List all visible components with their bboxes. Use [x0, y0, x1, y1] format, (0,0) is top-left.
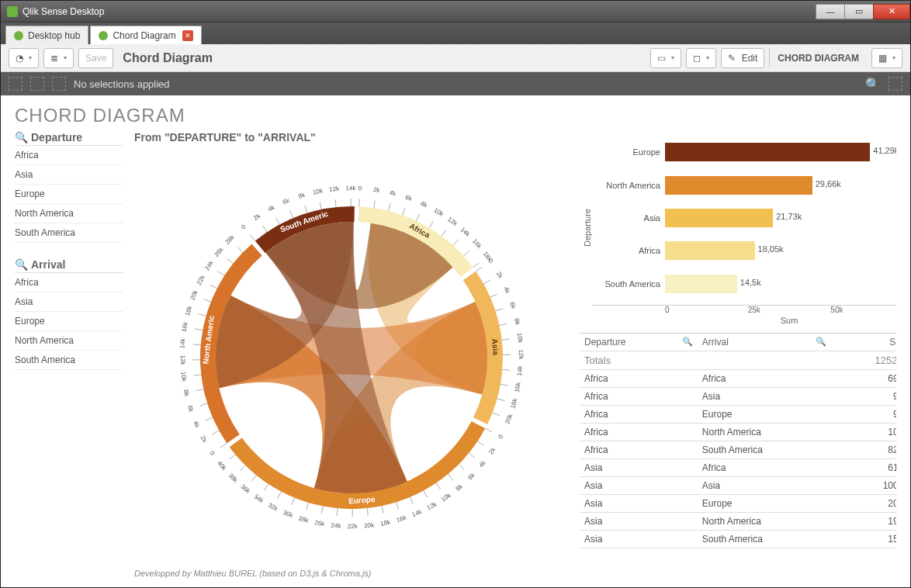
table-row[interactable]: AfricaEurope940	[580, 406, 896, 424]
chord-tick-label: 6k	[508, 301, 517, 310]
bar-fill	[665, 176, 812, 195]
svg-line-49	[193, 344, 201, 345]
tab-chord-diagram[interactable]: Chord Diagram ✕	[90, 26, 201, 44]
filter-arrival-item[interactable]: Europe	[15, 312, 123, 331]
svg-line-51	[199, 313, 206, 316]
svg-line-33	[337, 508, 338, 516]
chord-tick-label: 10k	[180, 371, 188, 382]
bar-axis-tick: 25k	[748, 306, 831, 314]
table-row[interactable]: AsiaSouth America1500	[580, 531, 896, 548]
search-icon[interactable]: 🔍	[682, 337, 693, 347]
table-header[interactable]: Departure🔍	[580, 334, 698, 351]
table-row[interactable]: AfricaSouth America8200	[580, 441, 896, 459]
table-row[interactable]: AsiaAsia10048	[580, 477, 896, 495]
chord-tick-label: 2k	[495, 271, 504, 281]
filter-departure-item[interactable]: Europe	[15, 185, 123, 204]
svg-line-41	[230, 455, 236, 459]
svg-line-38	[264, 484, 268, 490]
chord-tick-label: 4k	[502, 285, 511, 295]
bar-row[interactable]: North America29,66k	[592, 176, 896, 195]
table-row[interactable]: AfricaAsia990	[580, 388, 896, 406]
save-button[interactable]: Save	[78, 48, 113, 68]
svg-line-27	[424, 491, 428, 498]
maximize-button[interactable]: ▭	[844, 4, 874, 19]
bar-row[interactable]: Africa18,05k	[592, 241, 896, 260]
chord-tick-label: 12k	[518, 349, 525, 360]
table-row[interactable]: AsiaAfrica6171	[580, 459, 896, 477]
app-toolbar: ◔ ≣ Save Chord Diagram ▭ ◻ Edit CHORD DI…	[1, 44, 910, 72]
bar-xaxis-label: Sum	[592, 316, 896, 325]
table-header[interactable]: Arrival🔍	[698, 334, 831, 351]
bar-category-label: North America	[592, 181, 660, 190]
filter-arrival-item[interactable]: Africa	[15, 273, 123, 292]
chord-tick-label: 12k	[446, 216, 459, 228]
chord-tick-label: 10k	[432, 206, 445, 218]
chord-tick-label: 22k	[196, 273, 206, 285]
chord-tick-label: 34k	[253, 493, 266, 505]
nav-menu-button[interactable]: ◔	[9, 48, 39, 68]
table-row[interactable]: AsiaEurope2060	[580, 495, 896, 513]
close-window-button[interactable]: ✕	[873, 4, 910, 19]
svg-line-47	[193, 375, 201, 375]
bar-row[interactable]: Europe41,29k	[592, 143, 896, 161]
bar-row[interactable]: Asia21,73k	[592, 209, 896, 227]
chord-tick-label: 20k	[189, 289, 199, 301]
svg-line-34	[321, 506, 323, 514]
selection-back-icon[interactable]	[9, 77, 23, 91]
svg-line-8	[463, 251, 469, 256]
bookmark-button[interactable]: ◻	[686, 48, 716, 68]
filter-arrival-item[interactable]: South America	[15, 351, 123, 370]
filter-departure-header[interactable]: 🔍 Departure	[15, 131, 123, 146]
filter-departure-item[interactable]: Africa	[15, 146, 123, 165]
chord-tick-label: 28k	[298, 515, 310, 525]
filter-arrival-header[interactable]: 🔍 Arrival	[15, 258, 123, 273]
view-menu-button[interactable]: ≣	[43, 48, 74, 68]
edit-button[interactable]: Edit	[721, 48, 765, 68]
search-icon: 🔍	[15, 131, 28, 144]
bar-row[interactable]: South America14,5k	[592, 275, 896, 293]
selections-tool-icon[interactable]	[888, 77, 902, 91]
svg-line-56	[237, 247, 243, 252]
filter-departure-item[interactable]: North America	[15, 204, 123, 223]
table-header[interactable]: Sum	[831, 334, 896, 351]
table-row[interactable]: AfricaAfrica6907	[580, 370, 896, 388]
svg-line-19	[497, 399, 505, 401]
svg-line-44	[206, 417, 213, 420]
minimize-button[interactable]: —	[816, 4, 845, 19]
selection-clear-icon[interactable]	[52, 77, 66, 91]
chord-tick-label: 6k	[466, 471, 476, 481]
chord-tick-label: 20k	[364, 521, 376, 529]
chord-tick-label: 26k	[213, 246, 225, 258]
svg-line-35	[307, 503, 309, 510]
filter-arrival-item[interactable]: North America	[15, 331, 123, 351]
selection-forward-icon[interactable]	[30, 77, 44, 91]
filter-departure-item[interactable]: Asia	[15, 165, 123, 185]
search-icon: 🔍	[15, 258, 28, 271]
table-row[interactable]: AfricaNorth America1013	[580, 424, 896, 441]
chord-tick-label: 2k	[199, 434, 208, 444]
tab-desktop-hub[interactable]: Desktop hub	[5, 26, 88, 44]
data-table[interactable]: Departure🔍Arrival🔍Sum Totals125225Africa…	[580, 333, 896, 578]
svg-line-17	[502, 369, 510, 370]
tab-close-button[interactable]: ✕	[182, 30, 193, 41]
filter-departure-item[interactable]: South America	[15, 223, 123, 243]
svg-line-39	[251, 476, 256, 482]
search-icon[interactable]: 🔍	[865, 77, 881, 92]
chord-tick-label: 24k	[331, 522, 342, 530]
table-totals-row: Totals125225	[580, 351, 896, 370]
table-row[interactable]: AsiaNorth America1951	[580, 513, 896, 531]
chord-tick-label: 10k	[516, 333, 525, 344]
chord-tick-label: 8k	[182, 389, 191, 397]
svg-line-13	[496, 309, 504, 311]
tab-label: Chord Diagram	[113, 30, 175, 41]
app-title: Chord Diagram	[123, 51, 213, 65]
svg-line-20	[493, 413, 500, 416]
svg-line-6	[442, 230, 446, 236]
story-button[interactable]: ▭	[650, 48, 681, 68]
search-icon[interactable]: 🔍	[816, 337, 826, 347]
svg-line-61	[305, 206, 307, 213]
filter-arrival-item[interactable]: Asia	[15, 292, 123, 312]
bar-chart[interactable]: Departure Europe41,29kNorth America29,66…	[580, 131, 896, 325]
chord-diagram[interactable]: Africa02k4k6k8k10k12k14k16k18kAsia02k4k6…	[134, 147, 569, 569]
sheet-nav-button[interactable]: ▦	[871, 48, 902, 68]
